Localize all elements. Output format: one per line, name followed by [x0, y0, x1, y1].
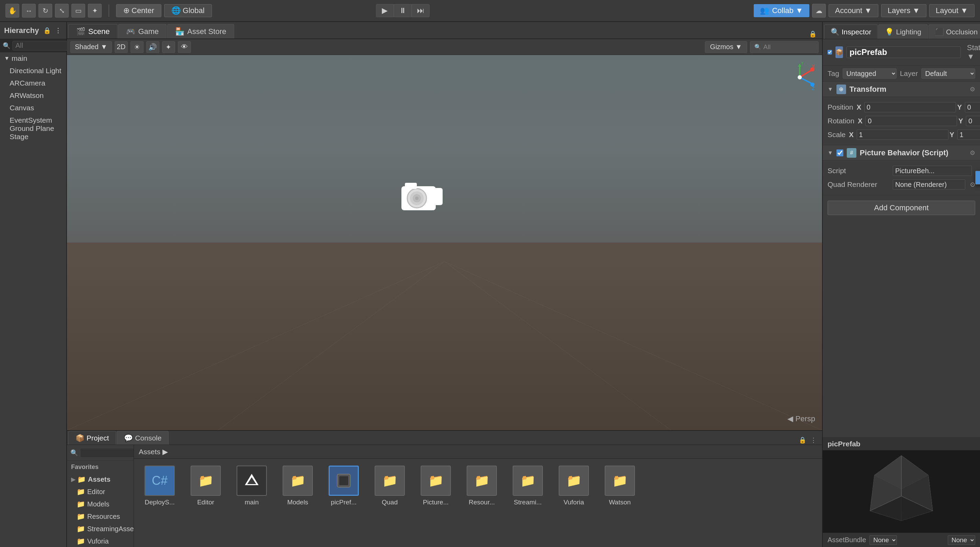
rotation-y-input[interactable]	[966, 116, 980, 126]
models-icon: 📁	[283, 466, 313, 496]
transform-header[interactable]: ▼ ⊕ Transform ⚙	[823, 82, 980, 97]
2d-button[interactable]: 2D	[115, 41, 128, 53]
picture-behavior-body: Script PictureBeh... Quad (GameObject)	[823, 161, 980, 195]
dropdown-quad-item[interactable]: Quad (GameObject)	[975, 171, 980, 184]
hierarchy-item-directional-light[interactable]: Directional Light	[0, 65, 66, 77]
tab-lighting[interactable]: 💡 Lighting	[878, 24, 928, 39]
play-controls: ▶ ⏸ ⏭	[376, 4, 430, 17]
account-dropdown[interactable]: Account ▼	[829, 4, 878, 17]
tab-inspector[interactable]: 🔍 Inspector	[824, 24, 878, 39]
hierarchy-item-ground-plane[interactable]: Ground Plane Stage	[0, 126, 66, 139]
picture-active-checkbox[interactable]	[837, 150, 843, 156]
tab-game[interactable]: 🎮 Game	[118, 24, 167, 38]
camera-svg	[395, 176, 449, 217]
bottom-lock-icon[interactable]: 🔒	[797, 436, 808, 445]
rotate-tool[interactable]: ↻	[38, 4, 52, 18]
tab-asset-store[interactable]: 🏪 Asset Store	[167, 24, 234, 38]
layout-dropdown[interactable]: Layout ▼	[929, 4, 975, 17]
gizmos-dropdown[interactable]: Gizmos ▼	[705, 41, 747, 53]
audio-toggle[interactable]: 🔊	[146, 41, 159, 53]
bundle-dropdown[interactable]: None	[869, 535, 897, 545]
hand-tool[interactable]: ✋	[5, 4, 19, 18]
center-area: 🎬 Scene 🎮 Game 🏪 Asset Store 🔒 S	[67, 22, 822, 547]
global-button[interactable]: 🌐 Global	[164, 4, 212, 17]
rotation-y-field: Y	[958, 116, 980, 126]
add-component-button[interactable]: Add Component	[827, 201, 975, 215]
hierarchy-item-arwatson[interactable]: ARWatson	[0, 89, 66, 102]
scale-x-input[interactable]	[857, 129, 948, 140]
hierarchy-lock-icon[interactable]: 🔒	[42, 26, 52, 35]
tab-project[interactable]: 📦 Project	[68, 431, 116, 445]
center-button[interactable]: ⊕ Center	[116, 4, 161, 17]
asset-resources[interactable]: 📁 Resour...	[463, 466, 501, 506]
asset-editor[interactable]: 📁 Editor	[187, 466, 224, 506]
assets-left-editor[interactable]: 📁 Editor	[67, 485, 134, 498]
light-toggle[interactable]: ☀	[130, 41, 143, 53]
asset-picpref[interactable]: picPref...	[325, 466, 363, 506]
shading-arrow: ▼	[100, 43, 108, 51]
quad-renderer-value[interactable]: None (Renderer)	[893, 179, 965, 190]
assets-left-assets[interactable]: ▶ 📁 Assets	[67, 473, 134, 485]
tab-occlusion[interactable]: ⬛ Occlusion	[929, 24, 980, 39]
occlusion-tab-icon: ⬛	[935, 28, 944, 36]
transform-settings-icon[interactable]: ⚙	[970, 86, 975, 93]
vfx-toggle[interactable]: ✦	[162, 41, 175, 53]
hierarchy-item-canvas[interactable]: Canvas	[0, 102, 66, 114]
rect-tool[interactable]: ▭	[72, 4, 85, 18]
assets-left-resources[interactable]: 📁 Resources	[67, 510, 134, 523]
scale-y-input[interactable]	[957, 129, 980, 140]
position-x-input[interactable]	[864, 102, 956, 112]
tab-console[interactable]: 💬 Console	[117, 431, 169, 445]
position-y-input[interactable]	[965, 102, 980, 112]
move-tool[interactable]: ↔	[22, 4, 36, 18]
assets-left-streaming[interactable]: 📁 StreamingAssets	[67, 523, 134, 535]
asset-quad[interactable]: 📁 Quad	[371, 466, 409, 506]
hierarchy-title: Hierarchy	[4, 26, 39, 35]
asset-streaming[interactable]: 📁 Streami...	[509, 466, 547, 506]
assets-left-favorites[interactable]: Favorites	[67, 461, 134, 473]
layer-dropdown[interactable]: Default	[921, 69, 975, 79]
watson-icon: 📁	[605, 466, 635, 496]
tag-dropdown[interactable]: Untagged	[843, 69, 897, 79]
bottom-menu-icon[interactable]: ⋮	[809, 436, 818, 445]
assets-search-input[interactable]	[80, 448, 134, 458]
asset-watson[interactable]: 📁 Watson	[601, 466, 639, 506]
step-button[interactable]: ⏭	[412, 4, 430, 17]
layers-dropdown[interactable]: Layers ▼	[881, 4, 926, 17]
hierarchy-item-arcamera[interactable]: ARCamera	[0, 77, 66, 89]
obj-name-input[interactable]	[846, 46, 961, 58]
obj-active-checkbox[interactable]	[827, 48, 832, 56]
asset-main[interactable]: main	[233, 466, 270, 506]
position-xyz: X Y Z	[857, 102, 980, 112]
tab-scene[interactable]: 🎬 Scene	[68, 24, 118, 38]
transform-all-tool[interactable]: ✦	[88, 4, 102, 18]
hidden-toggle[interactable]: 👁	[178, 41, 191, 53]
rotation-x-input[interactable]	[865, 116, 957, 126]
asset-picture[interactable]: 📁 Picture...	[417, 466, 455, 506]
scene-panel: 🎬 Scene 🎮 Game 🏪 Asset Store 🔒 S	[67, 22, 822, 430]
asset-models[interactable]: 📁 Models	[279, 466, 317, 506]
assets-left-models[interactable]: 📁 Models	[67, 498, 134, 510]
quad-label: Quad	[382, 499, 398, 506]
hierarchy-item-main[interactable]: ▼ main	[0, 52, 66, 65]
assets-left-vuforia[interactable]: 📁 Vuforia	[67, 535, 134, 547]
hierarchy-menu-icon[interactable]: ⋮	[54, 26, 62, 35]
collab-button[interactable]: 👥 Collab ▼	[754, 4, 809, 17]
play-button[interactable]: ▶	[376, 4, 394, 17]
picture-settings-icon[interactable]: ⚙	[970, 149, 975, 157]
pause-button[interactable]: ⏸	[394, 4, 412, 17]
cloud-button[interactable]: ☁	[812, 4, 826, 18]
bundle-variant-dropdown[interactable]: None	[948, 535, 975, 545]
scale-tool[interactable]: ⤡	[55, 4, 69, 18]
shading-dropdown[interactable]: Shaded ▼	[70, 41, 112, 53]
scene-view[interactable]: Y X Z ◀ Persp	[67, 55, 822, 430]
scene-lock-icon[interactable]: 🔒	[808, 30, 818, 38]
picture-behavior-header[interactable]: ▼ # Picture Behavior (Script) ⚙	[823, 145, 980, 161]
asset-deploys[interactable]: C# DeployS...	[141, 466, 178, 506]
transform-icon: ⊕	[837, 85, 846, 94]
search-gizmos[interactable]: 🔍 All	[750, 41, 819, 53]
svg-rect-24	[339, 476, 348, 485]
quad-renderer-pick-icon[interactable]: ⊙	[970, 181, 975, 188]
rot-y-label: Y	[958, 117, 964, 125]
asset-vuforia[interactable]: 📁 Vuforia	[555, 466, 593, 506]
